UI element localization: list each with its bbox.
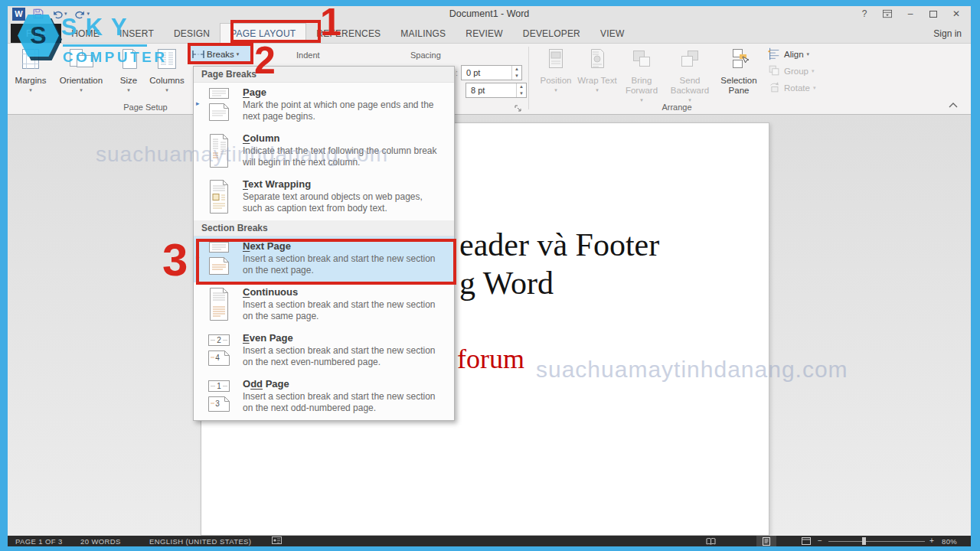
word-app-icon: W — [12, 8, 25, 21]
minimize-button[interactable]: – — [899, 6, 922, 21]
tab-design[interactable]: DESIGN — [164, 24, 220, 43]
tab-view[interactable]: VIEW — [590, 24, 634, 43]
tab-review[interactable]: REVIEW — [456, 24, 513, 43]
spacing-before-colon: : — [456, 68, 458, 77]
menu-section-header-section-breaks: Section Breaks — [194, 220, 454, 236]
spacing-before-spinner[interactable]: ▲▼ — [511, 66, 521, 80]
menu-item-title: Text Wrapping — [243, 178, 446, 190]
macro-record-icon[interactable] — [272, 536, 282, 546]
status-english-united-states[interactable]: ENGLISH (UNITED STATES) — [149, 537, 251, 546]
watermark-middle: suachuamaytinhdanang.com — [536, 357, 848, 383]
tab-developer[interactable]: DEVELOPER — [513, 24, 590, 43]
bring-forward-button: Bring Forward▾ — [619, 45, 665, 105]
menu-item-even-page[interactable]: 24 Even Page Insert a section break and … — [194, 328, 454, 374]
dropdown-caret-icon: ▾ — [165, 87, 168, 93]
web-layout-icon — [802, 537, 811, 545]
group-separator — [528, 47, 529, 109]
arrange-group-label: Arrange — [616, 103, 738, 112]
watermark-top: suachuamaytinhdanang.com — [96, 142, 388, 167]
dropdown-caret-icon: ▾ — [29, 87, 32, 93]
document-area: eader và Footer g Word forum suachuamayt… — [8, 115, 971, 536]
zoom-slider-thumb[interactable] — [862, 537, 866, 545]
menu-item-description: Insert a section break and start the new… — [243, 299, 440, 322]
dropdown-caret-icon: ▾ — [554, 87, 557, 93]
chevron-up-icon — [949, 103, 958, 108]
dropdown-caret-icon: ▾ — [80, 87, 83, 93]
even-page-icon: 24 — [195, 332, 243, 368]
send-backward-icon — [678, 47, 702, 73]
logo-text-computer: COMPUTER — [63, 49, 168, 66]
svg-text:1: 1 — [217, 382, 221, 390]
menu-item-odd-page[interactable]: 13 Odd Page Insert a section break and s… — [194, 374, 454, 420]
continuous-icon — [195, 286, 243, 322]
collapse-ribbon-button[interactable] — [946, 99, 960, 111]
indent-label: Indent — [296, 51, 320, 60]
menu-item-page[interactable]: ▸ Page Mark the point at which one page … — [194, 83, 454, 129]
logo-text-sky: SKY — [61, 14, 136, 41]
annotation-box-step1 — [230, 20, 321, 43]
ribbon-tab-row: FILEHOMEINSERTDESIGNPAGE LAYOUTREFERENCE… — [8, 21, 971, 44]
menu-item-description: Separate text around objects on web page… — [243, 191, 440, 214]
word-window: W ▾ ▾ Document1 - Word ? – ✕ FILEH — [8, 6, 971, 546]
document-red-text: forum — [457, 343, 524, 375]
dialog-launcher-icon — [514, 105, 522, 112]
maximize-button[interactable] — [922, 6, 945, 21]
dropdown-caret-icon: ▾ — [813, 85, 816, 91]
close-button[interactable]: ✕ — [945, 6, 968, 21]
help-button[interactable]: ? — [853, 6, 876, 21]
align-button[interactable]: Align ▾ — [767, 47, 844, 62]
annotation-number-3: 3 — [162, 237, 188, 283]
menu-item-title: Even Page — [243, 332, 446, 344]
spacing-label: Spacing — [410, 51, 441, 60]
paragraph-dialog-launcher[interactable] — [513, 103, 524, 114]
document-text-line2: g Word — [459, 265, 554, 302]
window-title: Document1 - Word — [8, 8, 971, 19]
zoom-level[interactable]: 80% — [942, 537, 957, 546]
menu-item-title: Page — [243, 86, 446, 98]
position-button: Position▾ — [536, 45, 576, 105]
spacing-after-input[interactable]: 8 pt ▲▼ — [466, 83, 527, 98]
spacing-before-input[interactable]: 0 pt ▲▼ — [461, 65, 522, 80]
read-mode-button[interactable] — [701, 536, 720, 546]
rotate-icon — [767, 80, 781, 96]
document-text-line1: eader và Footer — [459, 227, 659, 263]
status-bar: PAGE 1 OF 320 WORDSENGLISH (UNITED STATE… — [8, 536, 971, 546]
ribbon-display-options-button[interactable] — [876, 6, 899, 21]
send-backward-button: Send Backward▾ — [666, 45, 714, 105]
svg-text:4: 4 — [215, 354, 220, 362]
menu-item-text-wrapping[interactable]: Text Wrapping Separate text around objec… — [194, 174, 454, 220]
selection-pane-button[interactable]: Selection Pane — [715, 45, 763, 105]
menu-item-title: Odd Page — [243, 378, 446, 390]
menu-item-description: Mark the point at which one page ends an… — [243, 99, 440, 122]
web-layout-button[interactable] — [796, 536, 816, 546]
status-page-1-of-3[interactable]: PAGE 1 OF 3 — [15, 537, 63, 546]
dropdown-caret-icon: ▾ — [127, 87, 130, 93]
menu-item-description: Insert a section break and start the new… — [243, 391, 440, 414]
zoom-out-button[interactable]: − — [818, 536, 822, 545]
zoom-slider-track[interactable] — [828, 541, 925, 542]
position-icon — [544, 47, 567, 73]
selection-pane-icon — [727, 47, 751, 73]
dropdown-caret-icon: ▾ — [596, 87, 599, 93]
group-icon — [767, 64, 781, 79]
spacing-after-spinner[interactable]: ▲▼ — [516, 83, 526, 97]
window-controls: ? – ✕ — [853, 6, 968, 21]
sign-in-link[interactable]: Sign in — [933, 28, 962, 39]
text-wrapping-icon — [195, 178, 243, 214]
status-20-words[interactable]: 20 WORDS — [80, 537, 121, 546]
print-layout-button[interactable] — [756, 536, 776, 546]
group-button: Group ▾ — [767, 64, 844, 79]
maximize-icon — [929, 11, 937, 18]
annotation-number-1: 1 — [320, 3, 341, 41]
annotation-box-step3 — [196, 239, 456, 285]
print-layout-icon — [763, 537, 770, 546]
rotate-button: Rotate ▾ — [767, 80, 844, 96]
menu-item-continuous[interactable]: Continuous Insert a section break and st… — [194, 282, 454, 328]
odd-page-icon: 13 — [195, 378, 243, 414]
zoom-in-button[interactable]: + — [929, 536, 934, 545]
bring-forward-icon — [629, 47, 654, 73]
svg-text:3: 3 — [215, 399, 220, 408]
title-bar: W ▾ ▾ Document1 - Word ? – ✕ — [8, 6, 971, 21]
tab-mailings[interactable]: MAILINGS — [390, 24, 456, 43]
spacing-after-value: 8 pt — [466, 83, 516, 97]
